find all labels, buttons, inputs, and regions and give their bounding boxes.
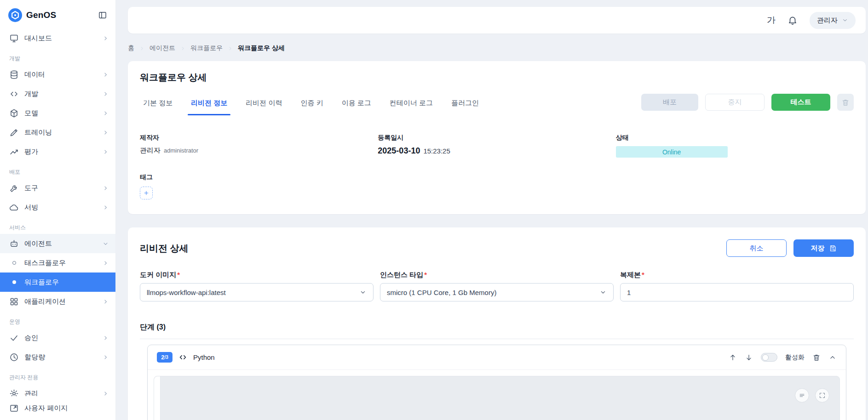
revision-form: 도커 이미지* llmops-workflow-api:latest 인스턴스 … — [140, 271, 854, 301]
tab-revision-info[interactable]: 리비전 정보 — [188, 96, 230, 115]
docker-image-value: llmops-workflow-api:latest — [147, 289, 226, 296]
save-icon — [829, 244, 837, 252]
field-label-text: 도커 이미지 — [140, 271, 176, 278]
tags-block: 태그 — [140, 173, 854, 199]
breadcrumb-agent[interactable]: 에이전트 — [149, 44, 175, 52]
sidebar-item-evaluation[interactable]: 평가 — [0, 142, 115, 161]
sidebar-item-label: 승인 — [24, 334, 97, 342]
sidebar-item-label: 데이터 — [24, 70, 97, 79]
chevron-right-icon — [102, 185, 109, 192]
registered-time: 15:23:25 — [423, 147, 450, 155]
move-step-up-icon[interactable] — [729, 353, 737, 362]
instance-type-select[interactable]: smicro (1 CPU Core, 1 Gb Memory) — [380, 283, 614, 301]
editor-buttons — [795, 388, 829, 403]
sidebar-item-label: 애플리케이션 — [24, 297, 97, 306]
sidebar-item-training[interactable]: 트레이닝 — [0, 123, 115, 142]
sidebar-item-develop[interactable]: 개발 — [0, 84, 115, 103]
breadcrumb-workflow[interactable]: 워크플로우 — [190, 44, 223, 52]
tab-revision-history[interactable]: 리비전 이력 — [242, 96, 285, 115]
creator-label: 제작자 — [140, 134, 378, 142]
tab-usage-log[interactable]: 이용 로그 — [339, 96, 374, 115]
add-tag-button[interactable] — [140, 187, 153, 199]
app-root: GenOS 대시보드 개발 데이터 개발 모델 — [0, 0, 868, 420]
status-badge: Online — [616, 146, 728, 158]
sidebar-collapse-icon[interactable] — [98, 11, 107, 20]
replicas-label: 복제본* — [620, 271, 854, 279]
tab-basic-info[interactable]: 기본 정보 — [140, 96, 176, 115]
sidebar-item-dashboard[interactable]: 대시보드 — [0, 28, 115, 48]
instance-type-field: 인스턴스 타입* smicro (1 CPU Core, 1 Gb Memory… — [380, 271, 614, 301]
chevron-down-icon — [842, 17, 848, 23]
sidebar-item-agent[interactable]: 에이전트 — [0, 234, 115, 253]
sidebar-item-label: 관리 — [24, 389, 97, 397]
save-button[interactable]: 저장 — [793, 239, 854, 257]
replicas-input[interactable] — [620, 283, 854, 301]
sidebar-item-taskflow[interactable]: 태스크플로우 — [0, 253, 115, 272]
sidebar-item-quota[interactable]: 할당량 — [0, 347, 115, 367]
model-box-icon — [9, 108, 19, 118]
workflow-bullet-icon — [9, 280, 19, 284]
sidebar-item-workflow[interactable]: 워크플로우 — [0, 272, 115, 292]
revision-header: 리비전 상세 취소 저장 — [140, 239, 854, 257]
page-title: 워크플로우 상세 — [140, 71, 854, 84]
docker-image-label: 도커 이미지* — [140, 271, 374, 279]
sidebar-item-label: 서빙 — [24, 203, 97, 212]
editor-fullscreen-icon[interactable] — [815, 388, 829, 403]
step-name: Python — [193, 353, 215, 361]
revision-actions: 취소 저장 — [726, 239, 854, 257]
notification-bell-icon[interactable] — [788, 15, 798, 25]
gear-icon — [9, 389, 19, 397]
docker-image-select[interactable]: llmops-workflow-api:latest — [140, 283, 374, 301]
move-step-down-icon[interactable] — [745, 353, 753, 362]
chevron-right-icon — [102, 298, 109, 305]
sidebar-item-approval[interactable]: 승인 — [0, 328, 115, 347]
sidebar-item-data[interactable]: 데이터 — [0, 65, 115, 84]
status-block: 상태 Online — [616, 134, 854, 158]
step-card-python: 2/3 Python 활성화 — [147, 345, 846, 420]
tab-plugin[interactable]: 플러그인 — [448, 96, 482, 115]
sidebar-item-serving[interactable]: 서빙 — [0, 198, 115, 217]
agent-icon — [9, 239, 19, 249]
genos-logo[interactable]: GenOS — [8, 8, 56, 22]
tab-auth-key[interactable]: 인증 키 — [298, 96, 327, 115]
sidebar-item-model[interactable]: 모델 — [0, 103, 115, 123]
sidebar-item-label: 대시보드 — [24, 34, 97, 43]
revision-detail-card: 리비전 상세 취소 저장 도커 이미지* llmops-workflow-api… — [128, 227, 866, 420]
step-header: 2/3 Python 활성화 — [148, 345, 846, 370]
editor-format-icon[interactable] — [795, 388, 809, 403]
tab-container-log[interactable]: 컨테이너 로그 — [386, 96, 436, 115]
breadcrumb: 홈 에이전트 워크플로우 워크플로우 상세 — [128, 44, 866, 53]
stop-button[interactable]: 중지 — [705, 94, 765, 111]
steps-divider — [140, 339, 854, 339]
font-size-control[interactable]: 가 — [767, 14, 776, 26]
deploy-button[interactable]: 배포 — [641, 94, 698, 111]
sidebar-item-application[interactable]: 애플리케이션 — [0, 292, 115, 311]
tab-list: 기본 정보 리비전 정보 리비전 이력 인증 키 이용 로그 컨테이너 로그 플… — [140, 96, 482, 115]
test-button[interactable]: 테스트 — [771, 94, 830, 111]
step-enable-toggle[interactable] — [761, 353, 777, 362]
chevron-right-icon — [102, 71, 109, 78]
sidebar-item-admin[interactable]: 관리 — [0, 384, 115, 396]
delete-button[interactable] — [837, 94, 854, 111]
creator-name: 관리자 — [140, 146, 161, 155]
collapse-step-icon[interactable] — [828, 353, 837, 362]
sidebar-header: GenOS — [0, 0, 115, 27]
sidebar: GenOS 대시보드 개발 데이터 개발 모델 — [0, 0, 116, 420]
breadcrumb-separator-icon — [227, 45, 233, 51]
step-order-total: /3 — [164, 355, 168, 360]
sidebar-item-label: 트레이닝 — [24, 128, 97, 137]
replicas-field: 복제본* — [620, 271, 854, 301]
sidebar-item-tools[interactable]: 도구 — [0, 178, 115, 198]
sidebar-item-user-page[interactable]: 사용자 페이지 — [0, 396, 115, 420]
cancel-button[interactable]: 취소 — [726, 239, 787, 257]
trash-icon — [841, 98, 850, 107]
delete-step-icon[interactable] — [812, 353, 821, 362]
steps-count-label: 단계 (3) — [140, 323, 854, 332]
taskflow-bullet-icon — [9, 261, 19, 265]
step-toggle-label: 활성화 — [785, 353, 805, 362]
user-menu[interactable]: 관리자 — [810, 12, 856, 29]
breadcrumb-home[interactable]: 홈 — [128, 44, 134, 52]
plus-icon — [143, 190, 149, 196]
code-editor[interactable] — [154, 376, 840, 420]
docker-image-field: 도커 이미지* llmops-workflow-api:latest — [140, 271, 374, 301]
